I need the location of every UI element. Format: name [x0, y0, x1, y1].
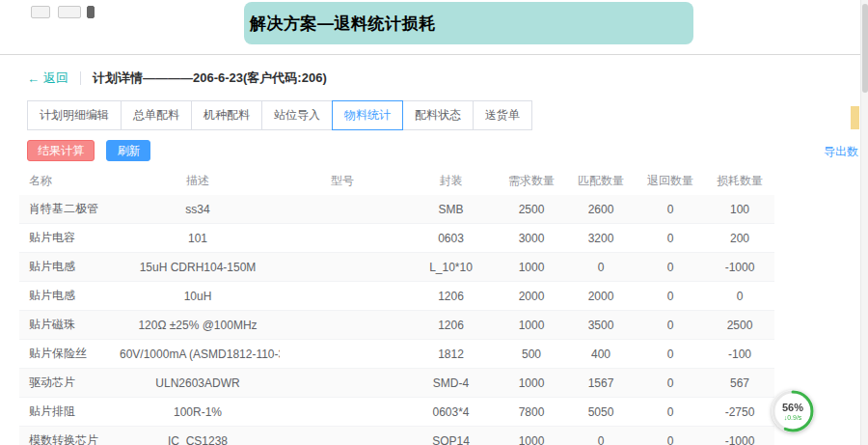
table-cell: 0	[636, 224, 705, 253]
page-title: 计划详情————206-6-23(客户代码:206)	[93, 70, 327, 87]
table-cell: SMB	[405, 195, 497, 224]
table-row[interactable]: 贴片电感10uH12062000200000	[19, 282, 774, 311]
table-header-row: 名称描述型号封装需求数量匹配数量退回数量损耗数量	[19, 167, 774, 195]
table-cell: -1000	[705, 427, 774, 445]
table-row[interactable]: 贴片排阻100R-1%0603*4780050500-2750	[19, 398, 774, 427]
table-cell: 0	[636, 253, 705, 282]
gauge-subtext: ↓0.9/s	[771, 414, 815, 421]
table-cell: 2000	[566, 282, 636, 311]
table-cell: 1567	[566, 369, 636, 398]
materials-table: 名称描述型号封装需求数量匹配数量退回数量损耗数量 肖特基二极管ss34SMB25…	[19, 167, 774, 445]
table-cell: 1000	[497, 311, 566, 340]
column-header: 需求数量	[497, 167, 566, 195]
table-cell: 0	[636, 311, 705, 340]
table-cell	[280, 311, 405, 340]
table-cell: 3000	[497, 224, 566, 253]
table-row[interactable]: 模数转换芯片IC_CS1238SOP14100000-1000	[19, 427, 774, 445]
breadcrumb: ← 返回 计划详情————206-6-23(客户代码:206)	[0, 56, 868, 93]
table-cell: 1000	[497, 253, 566, 282]
table-cell: -2750	[705, 398, 774, 427]
table-cell: -1000	[705, 253, 774, 282]
column-header: 名称	[19, 167, 116, 195]
table-row[interactable]: 驱动芯片ULN2603ADWRSMD-4100015670567	[19, 369, 774, 398]
tab-送货单[interactable]: 送货单	[473, 100, 532, 130]
table-cell: 1206	[405, 282, 497, 311]
table-cell: 贴片排阻	[19, 398, 116, 427]
table-cell: 10uH	[116, 282, 280, 311]
column-header: 匹配数量	[566, 167, 636, 195]
window-fragment	[58, 6, 81, 18]
table-cell: SOP14	[405, 427, 497, 445]
table-cell: 60V/1000mA (ASMD1812-110-33V)	[116, 340, 280, 369]
tab-总单配料[interactable]: 总单配料	[121, 100, 192, 130]
tab-计划明细编辑[interactable]: 计划明细编辑	[27, 100, 122, 130]
table-cell: 贴片电容	[19, 224, 116, 253]
table-cell: 2500	[497, 195, 566, 224]
table-cell	[280, 195, 405, 224]
back-button[interactable]: ← 返回	[27, 70, 68, 87]
table-cell	[280, 340, 405, 369]
table-cell: 1000	[497, 369, 566, 398]
window-fragment	[87, 6, 95, 18]
table-row[interactable]: 贴片电感15uH CDRH104-150ML_10*10100000-1000	[19, 253, 774, 282]
table-cell: 0	[705, 282, 774, 311]
table-cell	[280, 282, 405, 311]
table-row[interactable]: 贴片保险丝60V/1000mA (ASMD1812-110-33V)181250…	[19, 340, 774, 369]
table-cell: 贴片磁珠	[19, 311, 116, 340]
table-cell: -100	[705, 340, 774, 369]
table-row[interactable]: 贴片电容1010603300032000200	[19, 224, 774, 253]
table-cell: 1206	[405, 311, 497, 340]
tab-物料统计[interactable]: 物料统计	[332, 100, 403, 130]
tab-站位导入[interactable]: 站位导入	[261, 100, 333, 130]
progress-gauge-widget[interactable]: 56% ↓0.9/s	[771, 389, 815, 433]
table-cell: 200	[705, 224, 774, 253]
tab-配料状态[interactable]: 配料状态	[402, 100, 474, 130]
table-cell: 贴片电感	[19, 282, 116, 311]
column-header: 描述	[116, 167, 280, 195]
side-marker	[851, 106, 859, 129]
table-cell: 0	[566, 253, 636, 282]
table-cell: 500	[497, 340, 566, 369]
table-cell: 3500	[566, 311, 636, 340]
table-row[interactable]: 贴片磁珠120Ω ±25% @100MHz12061000350002500	[19, 311, 774, 340]
table-cell: 1812	[405, 340, 497, 369]
table-cell: 0	[636, 195, 705, 224]
gauge-percent: 56%	[771, 402, 815, 413]
table-cell: 0603*4	[405, 398, 497, 427]
top-strip: 解决方案—退料统计损耗	[0, 0, 868, 55]
table-cell: 101	[116, 224, 280, 253]
table-cell	[280, 398, 405, 427]
table-cell: 0	[636, 369, 705, 398]
column-header: 型号	[280, 167, 405, 195]
table-cell: 120Ω ±25% @100MHz	[116, 311, 280, 340]
calculate-button[interactable]: 结果计算	[27, 140, 95, 161]
table-cell: 100R-1%	[116, 398, 280, 427]
table-cell: 2500	[705, 311, 774, 340]
table-cell: SMD-4	[405, 369, 497, 398]
table-cell: 0	[636, 282, 705, 311]
back-label: 返回	[43, 70, 68, 87]
table-cell: IC_CS1238	[116, 427, 280, 445]
export-link[interactable]: 导出数	[824, 144, 858, 160]
refresh-button[interactable]: 刷新	[106, 140, 150, 161]
action-bar: 结果计算 刷新 导出数	[27, 140, 858, 161]
table-cell: ss34	[116, 195, 280, 224]
table-cell: 驱动芯片	[19, 369, 116, 398]
scrollbar[interactable]	[860, 0, 868, 445]
table-cell	[280, 224, 405, 253]
tabs: 计划明细编辑总单配料机种配料站位导入物料统计配料状态送货单	[27, 100, 868, 130]
breadcrumb-divider	[80, 71, 81, 85]
back-arrow-icon: ←	[27, 71, 40, 86]
table-cell: ULN2603ADWR	[116, 369, 280, 398]
table-cell: 5050	[566, 398, 636, 427]
table-row[interactable]: 肖特基二极管ss34SMB250026000100	[19, 195, 774, 224]
window-fragment	[31, 6, 50, 18]
table-cell: 肖特基二极管	[19, 195, 116, 224]
table-cell: L_10*10	[405, 253, 497, 282]
tab-机种配料[interactable]: 机种配料	[191, 100, 262, 130]
table-cell: 0603	[405, 224, 497, 253]
table-cell: 7800	[497, 398, 566, 427]
table-cell: 1000	[497, 427, 566, 445]
table-cell: 0	[636, 427, 705, 445]
scrollbar-thumb[interactable]	[862, 4, 868, 93]
